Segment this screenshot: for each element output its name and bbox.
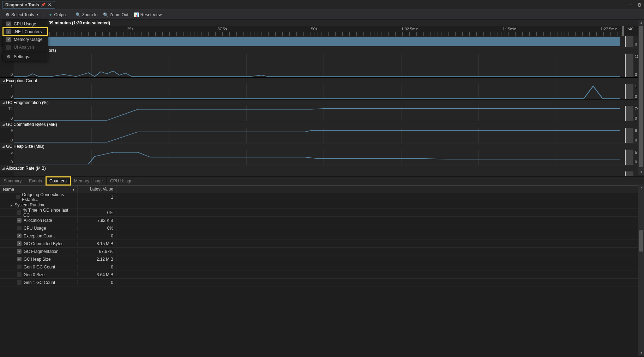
ruler-tick-label: 25s: [127, 27, 133, 31]
scroll-down-icon[interactable]: ▾: [638, 350, 644, 356]
menu-item-cpu-usage[interactable]: ✓ CPU Usage: [3, 20, 48, 28]
gear-icon[interactable]: ⚙: [637, 2, 642, 8]
expander-icon[interactable]: ◢: [2, 123, 5, 126]
selection-marker[interactable]: [625, 84, 626, 99]
chart-plot[interactable]: [14, 36, 633, 47]
zoom-out-button[interactable]: 🔍 Zoom Out: [101, 12, 130, 18]
selection-marker[interactable]: [622, 26, 624, 36]
tab-counters[interactable]: Counters: [46, 177, 71, 185]
reset-view-button[interactable]: 📊 Reset View: [132, 12, 164, 18]
output-button[interactable]: ➜ Output: [46, 12, 69, 18]
counter-value: 8.15 MiB: [78, 241, 116, 246]
selection-marker[interactable]: [625, 150, 626, 165]
checkbox[interactable]: ✓: [17, 249, 22, 254]
tab-memory-usage[interactable]: Memory Usage: [71, 177, 107, 185]
checkbox[interactable]: ✓: [17, 218, 22, 223]
close-icon[interactable]: ✕: [48, 3, 52, 7]
chart-plot[interactable]: [14, 106, 633, 121]
checkbox[interactable]: ✓: [17, 257, 22, 261]
selection-marker[interactable]: [625, 36, 626, 47]
selection-region[interactable]: [626, 54, 633, 77]
counter-row[interactable]: ✓Gen 0 GC Count0: [0, 263, 644, 271]
counters-scrollbar[interactable]: ▴ ▾: [638, 184, 644, 356]
checkbox[interactable]: ✓: [17, 241, 22, 246]
time-ruler[interactable]: 12.5s25s37.5s50s1:02.5min1:15min1:27.5mi…: [28, 26, 633, 36]
selection-marker[interactable]: [625, 106, 626, 121]
counter-row[interactable]: ✓CPU Usage0%: [0, 224, 644, 232]
selection-marker[interactable]: [625, 171, 626, 176]
chart-plot[interactable]: [14, 150, 633, 165]
select-tools-button[interactable]: ⚙ Select Tools ▼: [3, 12, 41, 18]
selection-marker[interactable]: [625, 128, 626, 143]
expander-icon[interactable]: ◢: [10, 203, 12, 207]
pin-icon[interactable]: 📌: [41, 3, 46, 7]
select-tools-menu: ✓ CPU Usage ✓ .NET Counters ✓ Memory Usa…: [3, 20, 48, 61]
selection-marker[interactable]: [625, 54, 626, 77]
counter-label: Exception Count: [24, 234, 55, 238]
expander-icon[interactable]: ◢: [2, 101, 5, 104]
expander-icon[interactable]: ◢: [2, 167, 5, 170]
selection-region[interactable]: [626, 36, 633, 47]
ruler-tick-label: 50s: [311, 27, 318, 31]
menu-item-net-counters[interactable]: ✓ .NET Counters: [3, 28, 48, 36]
chart-title[interactable]: ◢GC Fragmentation (%): [0, 99, 644, 106]
counter-row[interactable]: ✓Gen 0 Size3.64 MiB: [0, 271, 644, 279]
chart-title[interactable]: ◢GC Heap Size (MiB): [0, 143, 644, 150]
counter-row[interactable]: ✓Exception Count0: [0, 232, 644, 240]
counter-row[interactable]: ✓GC Fragmentation67.67%: [0, 248, 644, 255]
selection-region[interactable]: [626, 171, 633, 176]
checkbox[interactable]: ✓: [17, 280, 22, 285]
charts-area: 0 ors) 0 1000 ◢Exception Count 10 10: [0, 36, 644, 176]
counter-row[interactable]: ✓% Time in GC since last GC0%: [0, 209, 644, 217]
chart-plot[interactable]: [14, 171, 633, 176]
counter-row[interactable]: ✓Gen 1 GC Count0: [0, 279, 644, 286]
chart-plot[interactable]: [14, 128, 633, 143]
scrollbar-thumb[interactable]: [639, 26, 643, 167]
expander-icon[interactable]: ◢: [2, 79, 5, 83]
chart-title[interactable]: ◢Exception Count: [0, 78, 644, 84]
scroll-up-icon[interactable]: ▴: [638, 20, 644, 25]
counter-group[interactable]: ◢System.Runtime: [0, 201, 644, 209]
window-title: Diagnostic Tools: [5, 2, 39, 7]
scrollbar-thumb[interactable]: [639, 230, 643, 252]
checkbox[interactable]: ✓: [16, 195, 20, 199]
checkbox[interactable]: ✓: [17, 265, 22, 269]
more-icon[interactable]: ⋯: [629, 2, 634, 8]
chart-plot[interactable]: [14, 84, 633, 99]
checkbox[interactable]: ✓: [17, 234, 22, 238]
axis-label: 0: [11, 94, 13, 98]
charts-scrollbar[interactable]: ▴ ▾: [638, 20, 644, 175]
selection-region[interactable]: [626, 128, 633, 143]
tab-events[interactable]: Events: [25, 177, 46, 185]
chart-title[interactable]: ◢GC Committed Bytes (MiB): [0, 121, 644, 128]
session-summary: 39 minutes (1:39 min selected): [0, 20, 644, 26]
axis-label: 0: [635, 94, 637, 98]
counter-row[interactable]: ✓GC Committed Bytes8.15 MiB: [0, 240, 644, 248]
menu-item-settings[interactable]: ⚙ Settings...: [3, 53, 48, 61]
counter-row[interactable]: ✓GC Heap Size2.12 MiB: [0, 255, 644, 263]
checkbox[interactable]: ✓: [17, 210, 21, 215]
scroll-up-icon[interactable]: ▴: [638, 184, 644, 190]
selection-region[interactable]: [626, 84, 633, 99]
checkbox[interactable]: ✓: [17, 226, 22, 230]
chart-title[interactable]: ors): [0, 47, 644, 54]
window-tab[interactable]: Diagnostic Tools 📌 ✕: [2, 1, 55, 9]
sort-icon[interactable]: ▴: [73, 188, 74, 191]
chart-title[interactable]: ◢Allocation Rate (MiB): [0, 165, 644, 171]
counter-row[interactable]: ✓Allocation Rate7.92 KiB: [0, 217, 644, 224]
zoom-out-icon: 🔍: [103, 12, 108, 17]
menu-item-memory-usage[interactable]: ✓ Memory Usage: [3, 36, 48, 43]
scroll-down-icon[interactable]: ▾: [638, 169, 644, 175]
column-header-value[interactable]: Latest Value: [78, 186, 116, 193]
tab-summary[interactable]: Summary: [0, 177, 25, 185]
selection-region[interactable]: [626, 106, 633, 121]
zoom-in-button[interactable]: 🔍 Zoom In: [73, 12, 100, 18]
selection-region[interactable]: [626, 150, 633, 165]
tab-cpu-usage[interactable]: CPU Usage: [107, 177, 136, 185]
counter-row[interactable]: ✓Outgoing Connections Establi...1: [0, 193, 644, 201]
expander-icon[interactable]: ◢: [2, 145, 5, 148]
chart-plot[interactable]: [14, 54, 633, 77]
axis-label: 0: [11, 138, 13, 142]
counters-panel: Name ▴ Latest Value ✓Outgoing Connection…: [0, 186, 644, 286]
checkbox[interactable]: ✓: [17, 272, 22, 277]
